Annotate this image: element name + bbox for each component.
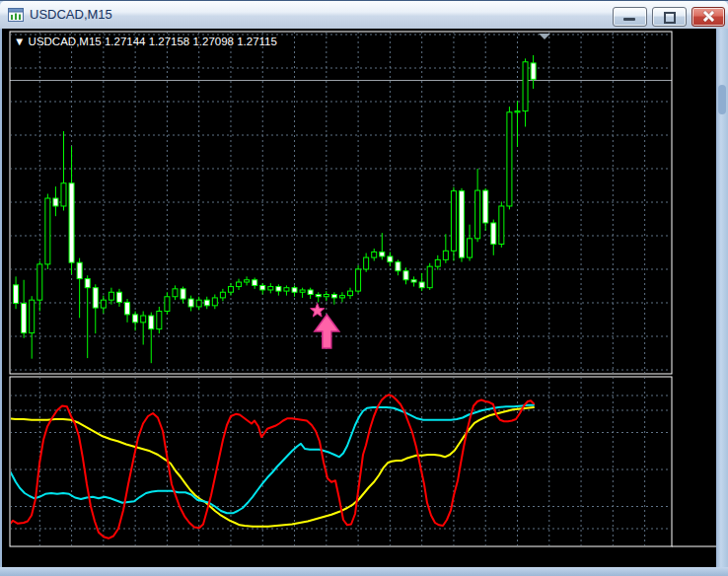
symbol-dropdown-icon: ▼	[14, 36, 29, 47]
window-border-thumb	[718, 85, 726, 114]
chart-client-area[interactable]: ▼ USDCAD,M15 1.27144 1.27158 1.27098 1.2…	[2, 29, 716, 568]
maximize-button[interactable]	[652, 7, 687, 27]
restore-icon	[664, 12, 676, 24]
chart-ohlc-header: ▼ USDCAD,M15 1.27144 1.27158 1.27098 1.2…	[14, 36, 277, 47]
close-button[interactable]	[692, 7, 725, 27]
close-icon	[702, 11, 714, 22]
chart-window-icon	[8, 7, 24, 23]
window-left-border	[0, 29, 2, 568]
window-bottom-border	[0, 567, 728, 576]
chart-window: USDCAD,M15 ▼ USDCAD,M15 1.27144 1.27158 …	[0, 0, 728, 576]
minimize-button[interactable]	[613, 7, 647, 27]
chart-canvas[interactable]: ▼ USDCAD,M15 1.27144 1.27158 1.27098 1.2…	[2, 29, 716, 568]
window-right-border	[716, 29, 728, 568]
minimize-icon	[623, 18, 635, 21]
window-title: USDCAD,M15	[30, 7, 112, 22]
window-titlebar[interactable]: USDCAD,M15	[0, 1, 728, 30]
